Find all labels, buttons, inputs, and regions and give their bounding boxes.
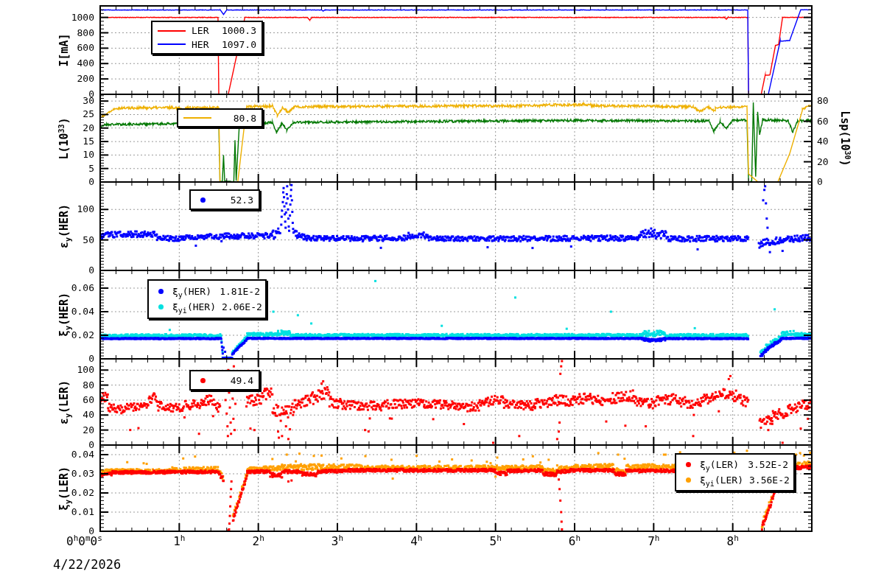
legend-dot-swatch bbox=[158, 289, 164, 294]
x-tick-label: 3h bbox=[304, 535, 371, 550]
legend-entry-label: LER bbox=[192, 25, 208, 36]
legend-dot-swatch bbox=[686, 477, 691, 483]
legend-entry-value: 3.56E-2 bbox=[743, 475, 790, 486]
date-label: 4/22/2026 bbox=[53, 557, 121, 572]
legend: 49.4 bbox=[189, 370, 260, 391]
x-tick-label: 6h bbox=[541, 535, 608, 550]
legend-entry-value: 49.4 bbox=[225, 375, 253, 386]
legend-entry: LER1000.3 bbox=[158, 25, 256, 36]
legend-entry-value: 1.81E-2 bbox=[214, 286, 260, 297]
legend-entry-value: 52.3 bbox=[225, 195, 253, 206]
x-tick-label: 8h bbox=[700, 535, 766, 550]
legend: ξy(LER)3.52E-2ξyi(LER)3.56E-2 bbox=[675, 453, 795, 491]
y-axis-label: ξy(LER) bbox=[57, 426, 72, 551]
legend: LER1000.3HER1097.0 bbox=[151, 21, 263, 55]
legend-entry-value: 3.52E-2 bbox=[742, 459, 788, 470]
legend: 80.8 bbox=[177, 108, 263, 127]
legend-dot-swatch bbox=[200, 197, 206, 203]
legend-line-swatch bbox=[183, 117, 211, 119]
x-tick-label: 1h bbox=[146, 535, 212, 550]
legend-entry: 49.4 bbox=[196, 375, 253, 386]
beam-monitor-plot: 02004006008001000I[mA]LER1000.3HER1097.0… bbox=[0, 0, 884, 588]
x-tick-label: 7h bbox=[620, 535, 687, 550]
legend-dot-swatch bbox=[158, 304, 164, 309]
legend-entry-label: ξyi(HER) bbox=[172, 301, 216, 312]
x-tick-label: 4h bbox=[383, 535, 449, 550]
legend-entry: ξy(HER)1.81E-2 bbox=[154, 286, 260, 297]
legend-line-swatch bbox=[158, 30, 186, 32]
legend-entry-label: HER bbox=[192, 39, 208, 50]
y-axis-right-label: Lsp(1030) bbox=[837, 76, 852, 201]
legend-entry: ξy(LER)3.52E-2 bbox=[681, 459, 788, 470]
x-tick-label: 2h bbox=[225, 535, 292, 550]
legend-entry: 52.3 bbox=[196, 195, 253, 206]
legend-dot-swatch bbox=[200, 378, 206, 383]
legend-entry: 80.8 bbox=[183, 113, 256, 124]
legend-entry-label: ξy(HER) bbox=[172, 286, 211, 297]
legend-entry: ξyi(LER)3.56E-2 bbox=[681, 475, 788, 486]
legend-entry-value: 80.8 bbox=[228, 113, 256, 124]
legend: ξy(HER)1.81E-2ξyi(HER)2.06E-2 bbox=[147, 279, 267, 319]
legend-entry-value: 2.06E-2 bbox=[216, 301, 262, 312]
legend-dot-swatch bbox=[686, 462, 691, 467]
legend-entry-value: 1097.0 bbox=[216, 39, 256, 50]
legend-entry-label: ξyi(LER) bbox=[700, 475, 743, 486]
legend-entry-label: ξy(LER) bbox=[700, 459, 739, 470]
x-tick-label: 5h bbox=[463, 535, 529, 550]
x-tick-label: 0h0m0s bbox=[66, 535, 102, 550]
plot-canvas bbox=[0, 0, 884, 588]
legend-entry: HER1097.0 bbox=[158, 39, 256, 50]
legend-entry: ξyi(HER)2.06E-2 bbox=[154, 301, 260, 312]
legend: 52.3 bbox=[189, 189, 260, 210]
legend-entry-value: 1000.3 bbox=[216, 25, 256, 36]
legend-line-swatch bbox=[158, 43, 186, 45]
